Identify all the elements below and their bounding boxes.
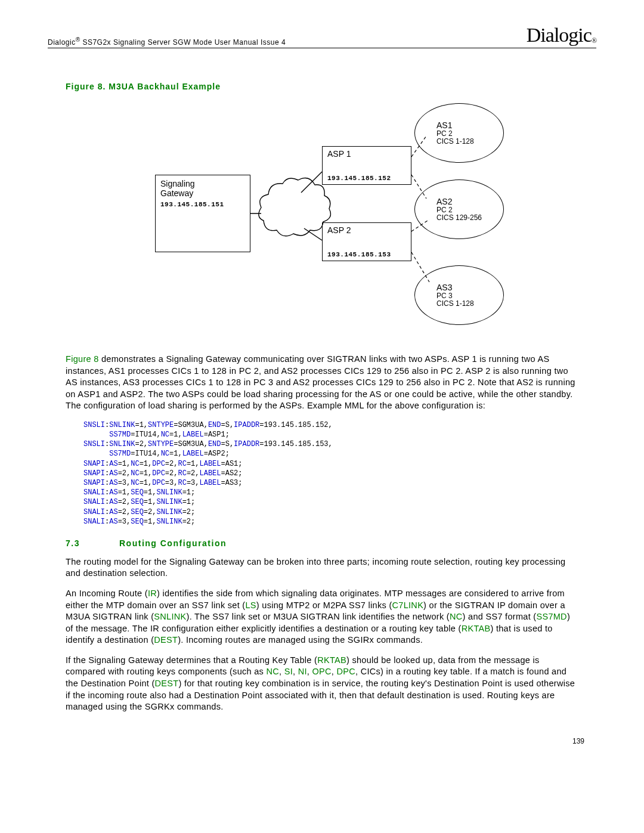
link-dest2[interactable]: DEST — [155, 679, 179, 688]
sgw-label1: Signaling — [160, 179, 245, 188]
sgw-ip: 193.145.185.151 — [160, 201, 245, 208]
as1-cics: CICS 1-128 — [436, 138, 503, 145]
link-ni[interactable]: NI — [298, 667, 307, 676]
link-si[interactable]: SI — [284, 667, 293, 676]
svg-line-1 — [301, 172, 322, 193]
asp1-node: ASP 1 193.145.185.152 — [322, 146, 411, 185]
sgw-label2: Gateway — [160, 188, 245, 198]
paragraph-1: Figure 8 demonstrates a Signaling Gatewa… — [66, 354, 578, 412]
link-ls[interactable]: LS — [245, 600, 256, 610]
link-snlink[interactable]: SNLINK — [154, 612, 186, 621]
link-opc[interactable]: OPC — [312, 667, 331, 676]
asp2-ip: 193.145.185.153 — [327, 251, 391, 258]
figure-caption: Figure 8. M3UA Backhaul Example — [66, 82, 578, 91]
paragraph-3: An Incoming Route (IR) identifies the si… — [66, 588, 578, 646]
link-ss7md[interactable]: SS7MD — [536, 612, 566, 621]
link-rktab[interactable]: RKTAB — [462, 624, 491, 633]
paragraph-2: The routing model for the Signaling Gate… — [66, 556, 578, 580]
logo-reg: ® — [592, 36, 596, 45]
asp1-ip: 193.145.185.152 — [327, 175, 391, 182]
sgw-node: Signaling Gateway 193.145.185.151 — [155, 175, 250, 252]
asp2-label: ASP 2 — [327, 225, 406, 235]
reg-mark: ® — [76, 36, 80, 43]
page-header: Dialogic® SS7G2x Signaling Server SGW Mo… — [48, 24, 596, 48]
as3-name: AS3 — [436, 283, 503, 292]
svg-line-2 — [304, 228, 322, 240]
fig8-ref[interactable]: Figure 8 — [66, 354, 99, 364]
link-dest[interactable]: DEST — [154, 635, 178, 645]
page-number: 139 — [48, 737, 596, 745]
link-nc2[interactable]: NC — [266, 667, 279, 676]
para1-body: demonstrates a Signaling Gateway communi… — [66, 354, 575, 410]
asp2-node: ASP 2 193.145.185.153 — [322, 222, 411, 261]
link-nc[interactable]: NC — [450, 612, 463, 621]
header-prefix: Dialogic — [48, 38, 76, 47]
asp1-label: ASP 1 — [327, 149, 406, 159]
paragraph-4: If the Signaling Gateway determines that… — [66, 655, 578, 713]
link-ir[interactable]: IR — [148, 589, 157, 598]
as2-node: AS2 PC 2 CICS 129-256 — [414, 179, 504, 239]
as1-name: AS1 — [436, 120, 503, 130]
as2-cics: CICS 129-256 — [436, 214, 503, 222]
as3-node: AS3 PC 3 CICS 1-128 — [414, 265, 504, 325]
link-dpc[interactable]: DPC — [336, 667, 355, 676]
as2-name: AS2 — [436, 197, 503, 206]
link-rktab2[interactable]: RKTAB — [317, 655, 346, 665]
section-title: Routing Configuration — [119, 538, 227, 548]
section-heading: 7.3Routing Configuration — [66, 538, 578, 548]
as3-cics: CICS 1-128 — [436, 300, 503, 308]
m3ua-diagram: Signaling Gateway 193.145.185.151 ASP 1 … — [95, 103, 549, 342]
header-doc-title: Dialogic® SS7G2x Signaling Server SGW Mo… — [48, 36, 286, 47]
brand-logo: Dialogic® — [527, 24, 596, 47]
link-c7link[interactable]: C7LINK — [392, 600, 424, 610]
logo-text: Dialogic — [527, 24, 592, 46]
header-suffix: SS7G2x Signaling Server SGW Mode User Ma… — [80, 38, 286, 47]
mml-code-block: SNSLI:SNLINK=1,SNTYPE=SGM3UA,END=S,IPADD… — [83, 420, 578, 527]
as1-node: AS1 PC 2 CICS 1-128 — [414, 103, 504, 163]
section-number: 7.3 — [66, 538, 119, 548]
